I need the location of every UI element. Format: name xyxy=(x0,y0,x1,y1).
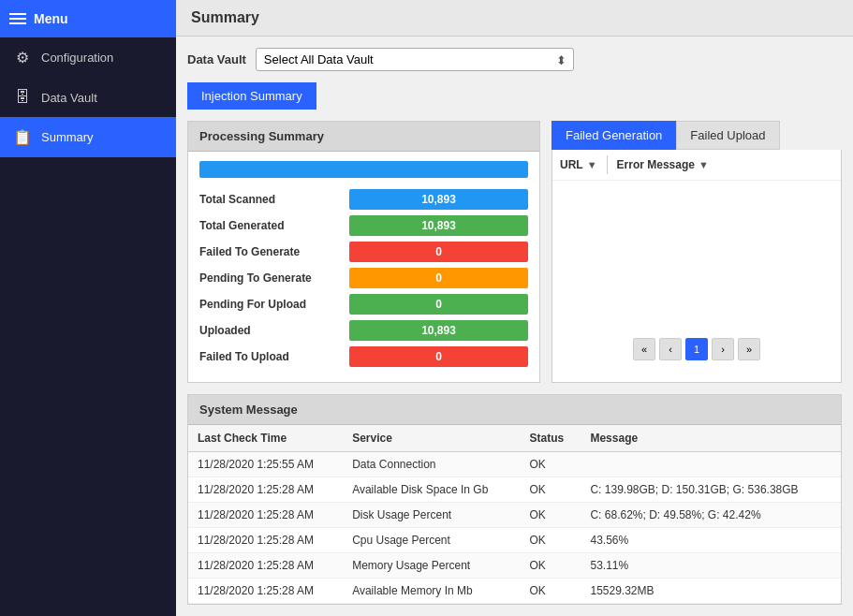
table-cell-service: Available Memory In Mb xyxy=(343,579,520,604)
table-cell-status: OK xyxy=(520,452,581,477)
sidebar-item-data-vault[interactable]: 🗄 Data Vault xyxy=(0,78,176,117)
injection-summary-tab[interactable]: Injection Summary xyxy=(187,82,316,110)
table-cell-message: C: 139.98GB; D: 150.31GB; G: 536.38GB xyxy=(581,477,841,503)
table-cell-status: OK xyxy=(520,579,581,604)
failed-upload-tab[interactable]: Failed Upload xyxy=(676,121,779,150)
failed-content-panel: URL ▼ Error Message ▼ « ‹ 1 › » xyxy=(552,150,842,383)
table-cell-time: 11/28/2020 1:25:28 AM xyxy=(188,503,343,528)
main-content: Summary Data Vault Select All Data Vault… xyxy=(176,0,853,616)
last-page-button[interactable]: » xyxy=(738,338,760,360)
stat-bar-pending-generate: 0 xyxy=(349,268,528,288)
system-message-box: System Message Last Check Time Service S… xyxy=(187,394,842,605)
summary-icon: 📋 xyxy=(13,128,32,146)
table-cell-time: 11/28/2020 1:25:28 AM xyxy=(188,477,343,503)
table-cell-message: C: 68.62%; D: 49.58%; G: 42.42% xyxy=(581,503,841,528)
table-row: 11/28/2020 1:25:28 AMAvailable Memory In… xyxy=(188,579,841,604)
error-filter-icon[interactable]: ▼ xyxy=(699,159,709,170)
table-cell-time: 11/28/2020 1:25:28 AM xyxy=(188,579,343,604)
stat-row-failed-upload: Failed To Upload 0 xyxy=(199,346,528,367)
stat-label: Uploaded xyxy=(199,324,349,337)
table-cell-status: OK xyxy=(520,528,581,553)
prev-page-button[interactable]: ‹ xyxy=(659,338,682,360)
sidebar-item-label: Data Vault xyxy=(41,91,97,105)
system-message-title: System Message xyxy=(188,395,841,425)
processing-summary-box: Processing Summary Total Scanned 10,893 … xyxy=(187,121,540,383)
url-filter-label: URL xyxy=(560,158,583,171)
sidebar-header[interactable]: Menu xyxy=(0,0,176,37)
col-header-time: Last Check Time xyxy=(188,425,343,452)
data-vault-row: Data Vault Select All Data Vault xyxy=(187,48,842,71)
hamburger-icon xyxy=(9,13,26,24)
stat-bar-wrap: 0 xyxy=(349,294,528,315)
table-cell-message xyxy=(581,452,841,477)
col-header-message: Message xyxy=(581,425,841,452)
next-page-button[interactable]: › xyxy=(712,338,734,360)
stat-bar-wrap: 10,893 xyxy=(349,215,528,236)
page-title: Summary xyxy=(191,9,838,26)
col-header-service: Service xyxy=(343,425,520,452)
table-cell-time: 11/28/2020 1:25:28 AM xyxy=(188,553,343,579)
table-cell-service: Disk Usage Percent xyxy=(343,503,520,528)
stat-bar-wrap: 0 xyxy=(349,268,528,288)
data-vault-select[interactable]: Select All Data Vault xyxy=(256,48,574,71)
table-row: 11/28/2020 1:25:28 AMAvailable Disk Spac… xyxy=(188,477,841,503)
stat-row-pending-upload: Pending For Upload 0 xyxy=(199,294,528,315)
stat-row-uploaded: Uploaded 10,893 xyxy=(199,320,528,341)
table-cell-time: 11/28/2020 1:25:55 AM xyxy=(188,452,343,477)
pagination: « ‹ 1 › » xyxy=(552,330,841,368)
table-row: 11/28/2020 1:25:28 AMCpu Usage PercentOK… xyxy=(188,528,841,553)
stat-row-total-scanned: Total Scanned 10,893 xyxy=(199,189,528,210)
main-header: Summary xyxy=(176,0,853,37)
filter-row: URL ▼ Error Message ▼ xyxy=(552,150,841,181)
stat-bar-wrap: 10,893 xyxy=(349,320,528,341)
failed-generation-tab[interactable]: Failed Generation xyxy=(552,121,676,150)
two-column-layout: Processing Summary Total Scanned 10,893 … xyxy=(187,121,842,383)
stat-row-total-generated: Total Generated 10,893 xyxy=(199,215,528,236)
url-filter-icon[interactable]: ▼ xyxy=(587,159,597,170)
table-cell-time: 11/28/2020 1:25:28 AM xyxy=(188,528,343,553)
data-vault-label: Data Vault xyxy=(187,52,246,66)
failed-tabs: Failed Generation Failed Upload xyxy=(552,121,842,150)
stat-row-failed-generate: Failed To Generate 0 xyxy=(199,242,528,262)
stat-bar-wrap: 0 xyxy=(349,242,528,262)
stat-bar-wrap: 10,893 xyxy=(349,189,528,210)
sidebar: Menu ⚙ Configuration 🗄 Data Vault 📋 Summ… xyxy=(0,0,176,616)
stat-bar-failed-upload: 0 xyxy=(349,346,528,367)
table-cell-service: Available Disk Space In Gb xyxy=(343,477,520,503)
error-message-filter-label: Error Message xyxy=(617,158,695,171)
sidebar-title: Menu xyxy=(34,11,68,26)
table-cell-service: Cpu Usage Percent xyxy=(343,528,520,553)
table-cell-service: Memory Usage Percent xyxy=(343,553,520,579)
stat-bar-total-generated: 10,893 xyxy=(349,215,528,236)
table-cell-message: 15529.32MB xyxy=(581,579,841,604)
stat-label: Pending To Generate xyxy=(199,271,349,285)
failed-data-area xyxy=(552,181,841,330)
stat-label: Total Generated xyxy=(199,219,349,232)
stat-row-pending-generate: Pending To Generate 0 xyxy=(199,268,528,288)
sidebar-item-label: Summary xyxy=(41,130,94,144)
stat-bar-failed-generate: 0 xyxy=(349,242,528,262)
table-row: 11/28/2020 1:25:55 AMData ConnectionOK xyxy=(188,452,841,477)
sidebar-item-label: Configuration xyxy=(41,51,113,65)
database-icon: 🗄 xyxy=(13,89,32,106)
total-scanned-bar xyxy=(199,161,528,178)
sidebar-item-summary[interactable]: 📋 Summary xyxy=(0,117,176,157)
gear-icon: ⚙ xyxy=(13,49,32,66)
sidebar-item-configuration[interactable]: ⚙ Configuration xyxy=(0,37,176,78)
current-page-button[interactable]: 1 xyxy=(685,338,708,360)
col-header-status: Status xyxy=(520,425,581,452)
content-area: Data Vault Select All Data Vault Injecti… xyxy=(176,37,853,616)
system-message-table: Last Check Time Service Status Message 1… xyxy=(188,425,841,604)
table-row: 11/28/2020 1:25:28 AMDisk Usage PercentO… xyxy=(188,503,841,528)
first-page-button[interactable]: « xyxy=(633,338,655,360)
stat-label: Failed To Generate xyxy=(199,245,349,258)
stat-label: Pending For Upload xyxy=(199,298,349,311)
filter-separator xyxy=(607,155,608,174)
table-cell-message: 53.11% xyxy=(581,553,841,579)
table-cell-service: Data Connection xyxy=(343,452,520,477)
right-panel: Failed Generation Failed Upload URL ▼ Er… xyxy=(552,121,842,383)
stat-bar-wrap: 0 xyxy=(349,346,528,367)
injection-tab-row: Injection Summary xyxy=(187,82,842,110)
processing-summary-title: Processing Summary xyxy=(188,122,539,152)
stat-bar-uploaded: 10,893 xyxy=(349,320,528,341)
